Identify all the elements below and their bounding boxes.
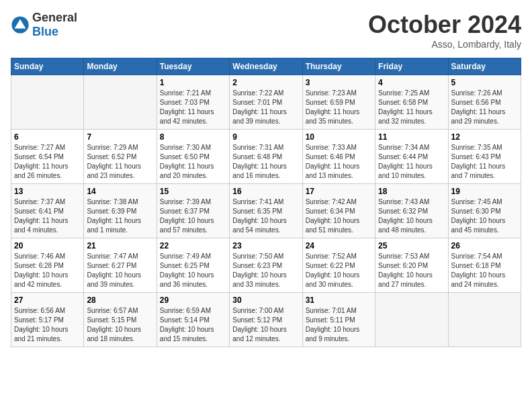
header-row: SundayMondayTuesdayWednesdayThursdayFrid…	[11, 58, 521, 75]
day-cell: 27Sunrise: 6:56 AM Sunset: 5:17 PM Dayli…	[11, 293, 84, 347]
day-number: 7	[87, 132, 153, 142]
day-cell: 4Sunrise: 7:25 AM Sunset: 6:58 PM Daylig…	[375, 75, 448, 130]
day-number: 15	[160, 187, 226, 196]
col-header-friday: Friday	[375, 58, 448, 75]
day-info: Sunrise: 7:31 AM Sunset: 6:48 PM Dayligh…	[232, 143, 299, 181]
day-info: Sunrise: 7:47 AM Sunset: 6:27 PM Dayligh…	[87, 252, 153, 289]
day-number: 4	[378, 78, 445, 87]
day-number: 16	[232, 187, 299, 196]
day-cell	[11, 75, 84, 130]
day-number: 10	[306, 132, 372, 142]
col-header-thursday: Thursday	[302, 58, 375, 75]
day-cell: 17Sunrise: 7:42 AM Sunset: 6:34 PM Dayli…	[302, 184, 375, 238]
day-number: 1	[160, 78, 226, 87]
day-number: 25	[378, 241, 445, 250]
day-info: Sunrise: 7:23 AM Sunset: 6:59 PM Dayligh…	[306, 89, 372, 126]
day-cell: 23Sunrise: 7:50 AM Sunset: 6:23 PM Dayli…	[230, 238, 302, 293]
week-row-3: 13Sunrise: 7:37 AM Sunset: 6:41 PM Dayli…	[11, 184, 521, 238]
day-cell: 24Sunrise: 7:52 AM Sunset: 6:22 PM Dayli…	[302, 238, 375, 293]
day-number: 6	[14, 132, 81, 142]
day-info: Sunrise: 7:45 AM Sunset: 6:30 PM Dayligh…	[451, 197, 518, 235]
title-block: October 2024 Asso, Lombardy, Italy	[368, 11, 521, 50]
page-header: General Blue October 2024 Asso, Lombardy…	[11, 11, 521, 50]
day-cell: 28Sunrise: 6:57 AM Sunset: 5:15 PM Dayli…	[84, 293, 157, 347]
day-info: Sunrise: 7:21 AM Sunset: 7:03 PM Dayligh…	[160, 89, 226, 126]
day-number: 20	[14, 241, 81, 250]
day-info: Sunrise: 7:37 AM Sunset: 6:41 PM Dayligh…	[14, 197, 81, 235]
day-cell: 11Sunrise: 7:34 AM Sunset: 6:44 PM Dayli…	[375, 130, 448, 184]
day-cell: 26Sunrise: 7:54 AM Sunset: 6:18 PM Dayli…	[448, 238, 521, 293]
col-header-wednesday: Wednesday	[230, 58, 302, 75]
day-info: Sunrise: 7:43 AM Sunset: 6:32 PM Dayligh…	[378, 197, 445, 235]
day-info: Sunrise: 7:34 AM Sunset: 6:44 PM Dayligh…	[378, 143, 445, 181]
day-cell	[84, 75, 157, 130]
day-info: Sunrise: 7:29 AM Sunset: 6:52 PM Dayligh…	[87, 143, 153, 181]
day-info: Sunrise: 7:22 AM Sunset: 7:01 PM Dayligh…	[232, 89, 299, 126]
week-row-1: 1Sunrise: 7:21 AM Sunset: 7:03 PM Daylig…	[11, 75, 521, 130]
day-info: Sunrise: 7:25 AM Sunset: 6:58 PM Dayligh…	[378, 89, 445, 126]
day-number: 17	[306, 187, 372, 196]
day-info: Sunrise: 7:00 AM Sunset: 5:12 PM Dayligh…	[232, 306, 299, 344]
day-number: 11	[378, 132, 445, 142]
week-row-5: 27Sunrise: 6:56 AM Sunset: 5:17 PM Dayli…	[11, 293, 521, 347]
day-cell: 31Sunrise: 7:01 AM Sunset: 5:11 PM Dayli…	[302, 293, 375, 347]
day-cell: 25Sunrise: 7:53 AM Sunset: 6:20 PM Dayli…	[375, 238, 448, 293]
day-number: 13	[14, 187, 81, 196]
day-info: Sunrise: 7:42 AM Sunset: 6:34 PM Dayligh…	[306, 197, 372, 235]
month-title: October 2024	[368, 11, 521, 39]
day-number: 3	[306, 78, 372, 87]
day-info: Sunrise: 7:27 AM Sunset: 6:54 PM Dayligh…	[14, 143, 81, 181]
day-cell: 15Sunrise: 7:39 AM Sunset: 6:37 PM Dayli…	[157, 184, 229, 238]
day-cell: 9Sunrise: 7:31 AM Sunset: 6:48 PM Daylig…	[230, 130, 302, 184]
calendar-table: SundayMondayTuesdayWednesdayThursdayFrid…	[11, 58, 521, 347]
day-number: 23	[232, 241, 299, 250]
day-cell: 18Sunrise: 7:43 AM Sunset: 6:32 PM Dayli…	[375, 184, 448, 238]
day-number: 28	[87, 295, 153, 305]
day-cell: 6Sunrise: 7:27 AM Sunset: 6:54 PM Daylig…	[11, 130, 84, 184]
logo: General Blue	[11, 11, 77, 39]
day-cell: 19Sunrise: 7:45 AM Sunset: 6:30 PM Dayli…	[448, 184, 521, 238]
day-number: 8	[160, 132, 226, 142]
day-cell: 12Sunrise: 7:35 AM Sunset: 6:43 PM Dayli…	[448, 130, 521, 184]
day-info: Sunrise: 7:46 AM Sunset: 6:28 PM Dayligh…	[14, 252, 81, 289]
day-cell: 16Sunrise: 7:41 AM Sunset: 6:35 PM Dayli…	[230, 184, 302, 238]
day-info: Sunrise: 7:26 AM Sunset: 6:56 PM Dayligh…	[451, 89, 518, 126]
day-cell: 29Sunrise: 6:59 AM Sunset: 5:14 PM Dayli…	[157, 293, 229, 347]
logo-general: General	[32, 11, 77, 24]
day-number: 9	[232, 132, 299, 142]
day-number: 19	[451, 187, 518, 196]
day-cell: 8Sunrise: 7:30 AM Sunset: 6:50 PM Daylig…	[157, 130, 229, 184]
day-info: Sunrise: 7:33 AM Sunset: 6:46 PM Dayligh…	[306, 143, 372, 181]
day-info: Sunrise: 6:57 AM Sunset: 5:15 PM Dayligh…	[87, 306, 153, 344]
day-cell	[448, 293, 521, 347]
day-info: Sunrise: 6:56 AM Sunset: 5:17 PM Dayligh…	[14, 306, 81, 344]
day-number: 21	[87, 241, 153, 250]
day-number: 22	[160, 241, 226, 250]
day-cell: 20Sunrise: 7:46 AM Sunset: 6:28 PM Dayli…	[11, 238, 84, 293]
day-number: 5	[451, 78, 518, 87]
day-number: 12	[451, 132, 518, 142]
day-info: Sunrise: 7:38 AM Sunset: 6:39 PM Dayligh…	[87, 197, 153, 235]
day-cell: 30Sunrise: 7:00 AM Sunset: 5:12 PM Dayli…	[230, 293, 302, 347]
day-cell	[375, 293, 448, 347]
day-cell: 5Sunrise: 7:26 AM Sunset: 6:56 PM Daylig…	[448, 75, 521, 130]
day-cell: 2Sunrise: 7:22 AM Sunset: 7:01 PM Daylig…	[230, 75, 302, 130]
day-info: Sunrise: 7:35 AM Sunset: 6:43 PM Dayligh…	[451, 143, 518, 181]
col-header-tuesday: Tuesday	[157, 58, 229, 75]
day-info: Sunrise: 7:50 AM Sunset: 6:23 PM Dayligh…	[232, 252, 299, 289]
week-row-2: 6Sunrise: 7:27 AM Sunset: 6:54 PM Daylig…	[11, 130, 521, 184]
day-number: 26	[451, 241, 518, 250]
col-header-sunday: Sunday	[11, 58, 84, 75]
day-cell: 21Sunrise: 7:47 AM Sunset: 6:27 PM Dayli…	[84, 238, 157, 293]
day-number: 29	[160, 295, 226, 305]
day-number: 14	[87, 187, 153, 196]
day-info: Sunrise: 6:59 AM Sunset: 5:14 PM Dayligh…	[160, 306, 226, 344]
day-number: 27	[14, 295, 81, 305]
day-cell: 14Sunrise: 7:38 AM Sunset: 6:39 PM Dayli…	[84, 184, 157, 238]
col-header-saturday: Saturday	[448, 58, 521, 75]
day-cell: 7Sunrise: 7:29 AM Sunset: 6:52 PM Daylig…	[84, 130, 157, 184]
day-cell: 3Sunrise: 7:23 AM Sunset: 6:59 PM Daylig…	[302, 75, 375, 130]
day-info: Sunrise: 7:52 AM Sunset: 6:22 PM Dayligh…	[306, 252, 372, 289]
day-info: Sunrise: 7:30 AM Sunset: 6:50 PM Dayligh…	[160, 143, 226, 181]
location: Asso, Lombardy, Italy	[368, 39, 521, 50]
